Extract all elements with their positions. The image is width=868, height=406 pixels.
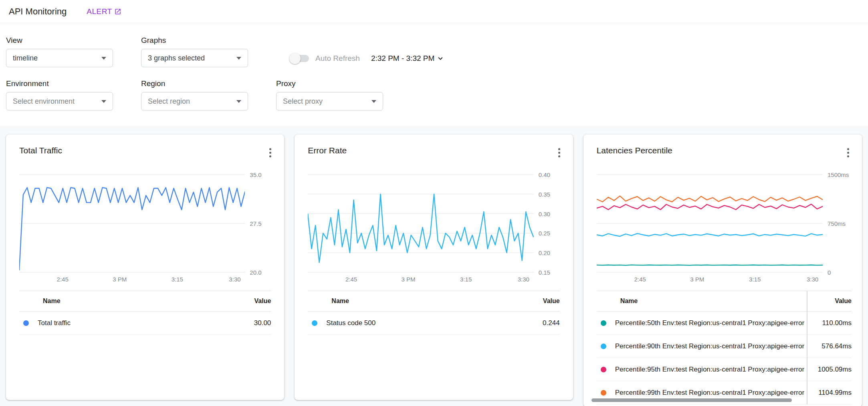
environment-select[interactable]: Select environment (6, 92, 113, 111)
page-title: API Monitoring (9, 6, 67, 17)
graphs-select[interactable]: 3 graphs selected (141, 49, 248, 67)
legend-row[interactable]: Percentile:50th Env:test Region:us-centr… (597, 312, 852, 335)
legend-table-body: Total traffic30.00 (19, 312, 271, 335)
proxy-select[interactable]: Select proxy (276, 92, 383, 111)
y-tick-label: 0.15 (539, 269, 550, 276)
auto-refresh-toggle[interactable] (291, 54, 309, 62)
name-column-header: Name (19, 297, 61, 305)
y-axis-labels: 0.400.350.300.250.200.15 (534, 173, 567, 281)
filters-row-1: View timeline Graphs 3 graphs selected A… (6, 36, 862, 67)
x-tick-label: 3 PM (113, 276, 127, 283)
dropdown-caret-icon (101, 100, 106, 103)
x-tick-label: 3:15 (460, 276, 472, 283)
series-value: 0.244 (543, 319, 560, 327)
series-value: 1005.09ms (818, 366, 852, 374)
y-tick-label: 0.25 (539, 230, 550, 237)
graphs-label: Graphs (141, 36, 248, 45)
name-column-header: Name (308, 297, 349, 305)
view-label: View (6, 36, 113, 45)
environment-select-placeholder: Select environment (13, 97, 75, 106)
series-line-Percentile:95th (597, 204, 823, 210)
legend-table: Name Value Total traffic30.00 (19, 291, 271, 335)
error-rate-chart: 2:453 PM3:153:30 0.400.350.300.250.200.1… (308, 173, 567, 287)
filters-panel: View timeline Graphs 3 graphs selected A… (0, 23, 868, 111)
card-header: Latencies Percentile (583, 135, 862, 160)
alert-link-label: ALERT (87, 7, 112, 16)
series-name: Percentile:90th Env:test Region:us-centr… (615, 342, 807, 350)
legend-table-body: Status code 5000.244 (308, 312, 559, 335)
view-select-value: timeline (13, 54, 38, 62)
y-axis-labels: 1500ms750ms0 (823, 173, 856, 281)
card-total-traffic: Total Traffic 2:453 PM3:153:30 35.027.52… (6, 135, 284, 400)
card-title: Latencies Percentile (597, 146, 672, 155)
card-title: Error Rate (308, 146, 347, 155)
value-column-header: Value (835, 297, 852, 305)
y-tick-label: 0.30 (539, 210, 550, 217)
cards-row: Total Traffic 2:453 PM3:153:30 35.027.52… (6, 135, 862, 406)
y-tick-label: 20.0 (250, 269, 261, 276)
series-name: Percentile:50th Env:test Region:us-centr… (615, 319, 807, 327)
series-color-dot (312, 320, 317, 326)
series-color-dot (23, 320, 29, 326)
legend-row[interactable]: Percentile:90th Env:test Region:us-centr… (597, 335, 852, 358)
card-latencies-percentile: Latencies Percentile 2:453 PM3:153:30 15… (583, 135, 862, 406)
value-column-header: Value (543, 297, 560, 305)
view-select[interactable]: timeline (6, 49, 113, 67)
series-color-dot (601, 344, 606, 349)
series-name: Status code 500 (326, 319, 375, 327)
y-tick-label: 750ms (828, 220, 846, 227)
more-options-button[interactable] (844, 146, 852, 160)
legend-row[interactable]: Status code 5000.244 (308, 312, 559, 335)
name-column-header: Name (597, 297, 638, 305)
card-header: Total Traffic (6, 135, 284, 160)
series-value: 30.00 (254, 319, 271, 327)
open-in-new-icon (114, 8, 121, 15)
region-select-placeholder: Select region (148, 97, 190, 106)
x-tick-label: 2:45 (634, 276, 646, 283)
graphs-select-value: 3 graphs selected (148, 54, 205, 62)
legend-row[interactable]: Percentile:95th Env:test Region:us-centr… (597, 358, 852, 381)
series-value: 576.64ms (822, 342, 852, 350)
app-header: API Monitoring ALERT (0, 0, 868, 23)
more-options-button[interactable] (555, 146, 563, 160)
legend-table-body: Percentile:50th Env:test Region:us-centr… (597, 312, 852, 404)
x-tick-label: 3:15 (172, 276, 183, 283)
proxy-select-placeholder: Select proxy (283, 97, 323, 106)
legend-table-header: Name Value (19, 291, 271, 312)
y-tick-label: 0.20 (539, 249, 550, 256)
dashboard: Total Traffic 2:453 PM3:153:30 35.027.52… (0, 126, 868, 406)
legend-row[interactable]: Total traffic30.00 (19, 312, 271, 335)
alert-link[interactable]: ALERT (87, 7, 121, 16)
horizontal-scrollbar[interactable] (591, 398, 792, 402)
card-header: Error Rate (295, 135, 573, 160)
dropdown-caret-icon (236, 57, 241, 60)
y-tick-label: 27.5 (250, 220, 261, 227)
x-tick-label: 2:45 (345, 276, 357, 283)
more-options-button[interactable] (266, 146, 275, 160)
x-tick-label: 3:15 (749, 276, 761, 283)
graphs-field: Graphs 3 graphs selected (141, 36, 248, 67)
y-tick-label: 0.40 (539, 171, 550, 178)
chart-plot-area: 2:453 PM3:153:30 (19, 173, 245, 281)
auto-refresh-group: Auto Refresh (291, 54, 360, 63)
region-select[interactable]: Select region (141, 92, 248, 111)
y-tick-label: 1500ms (828, 171, 849, 178)
region-label: Region (141, 79, 248, 88)
legend-table: Name Value Status code 5000.244 (308, 291, 559, 335)
x-axis-labels: 2:453 PM3:153:30 (597, 276, 823, 285)
filters-row-2: Environment Select environment Region Se… (6, 79, 862, 111)
column-divider (807, 291, 807, 404)
y-axis-labels: 35.027.520.0 (245, 173, 279, 281)
y-tick-label: 0 (828, 269, 831, 276)
x-tick-label: 3 PM (690, 276, 704, 283)
region-field: Region Select region (141, 79, 248, 111)
legend-table-header: Name Value (308, 291, 559, 312)
card-error-rate: Error Rate 2:453 PM3:153:30 0.400.350.30… (295, 135, 573, 400)
series-line-Percentile:50th (597, 265, 823, 265)
latencies-chart: 2:453 PM3:153:30 1500ms750ms0 (597, 173, 856, 287)
auto-refresh-label: Auto Refresh (315, 54, 360, 63)
series-line-Status code 500 (308, 194, 533, 263)
series-name: Percentile:99th Env:test Region:us-centr… (615, 389, 807, 397)
time-range-selector[interactable]: 2:32 PM - 3:32 PM (371, 54, 445, 63)
environment-label: Environment (6, 79, 113, 88)
